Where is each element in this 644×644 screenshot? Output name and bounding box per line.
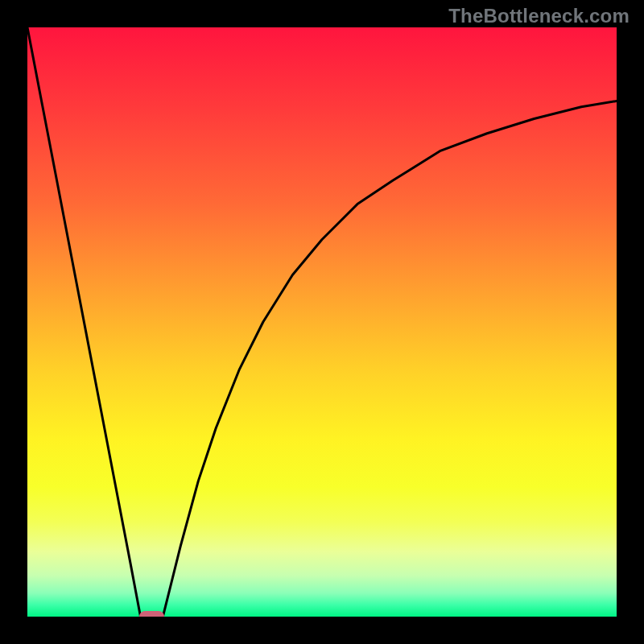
optimal-marker xyxy=(139,611,165,617)
series-right-branch xyxy=(163,101,617,617)
series-left-branch xyxy=(27,27,141,617)
plot-area xyxy=(27,27,617,617)
watermark-text: TheBottleneck.com xyxy=(448,5,630,27)
bottleneck-curve xyxy=(27,27,617,617)
chart-frame: TheBottleneck.com xyxy=(0,0,644,644)
